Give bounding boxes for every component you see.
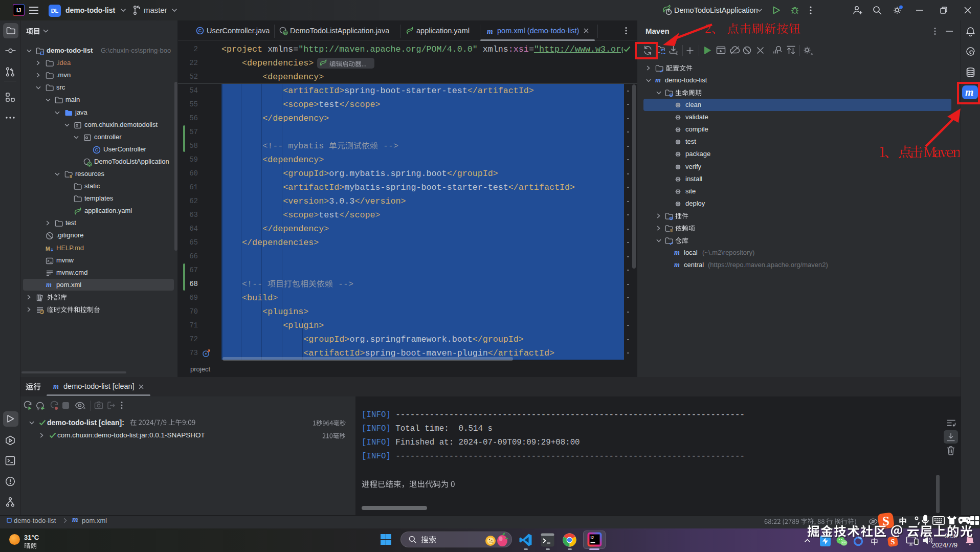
svg-text:IJ: IJ [16,7,21,13]
svg-text:C: C [198,28,202,33]
svg-text:IJ: IJ [591,535,594,540]
svg-text:C: C [95,147,99,152]
svg-text:M: M [46,246,50,252]
